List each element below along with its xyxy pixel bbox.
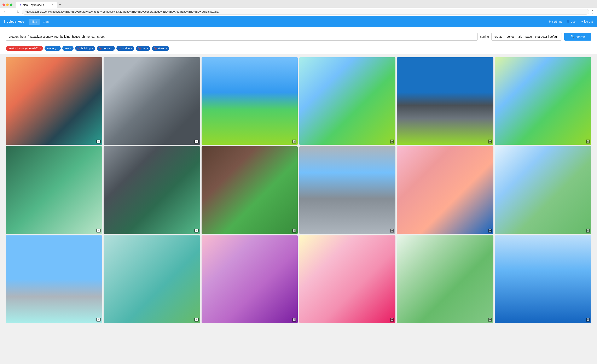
tag-label: car bbox=[142, 47, 146, 50]
tag-remove-button[interactable]: × bbox=[92, 47, 93, 50]
image-grid-area: 🖼🖼🖼🖼🖼🖼🖼🖼🖼🖼🖼🖼🖼🖼🖼🖼🖼🖼 bbox=[0, 54, 597, 326]
image-card[interactable]: 🖼 bbox=[202, 146, 298, 234]
tag-remove-button[interactable]: × bbox=[166, 47, 167, 50]
image-card[interactable]: 🖼 bbox=[495, 235, 591, 323]
browser-chrome: Y files – hydrusrvue ✕ + ← → ↻ ⋮ bbox=[0, 0, 597, 16]
image-card[interactable]: 🖼 bbox=[6, 146, 102, 234]
tag-label: tree bbox=[64, 47, 69, 50]
tab-bar: Y files – hydrusrvue ✕ + bbox=[16, 2, 63, 8]
negated-icon: 🚫 bbox=[118, 47, 121, 50]
image-card[interactable]: 🖼 bbox=[103, 235, 200, 323]
search-button[interactable]: 🔍 search bbox=[564, 33, 591, 41]
tab-title: files – hydrusrvue bbox=[23, 3, 44, 7]
tag-chip-shrine[interactable]: 🚫shrine × bbox=[116, 46, 134, 51]
browser-titlebar: Y files – hydrusrvue ✕ + bbox=[0, 0, 597, 8]
sort-input[interactable] bbox=[491, 33, 562, 41]
image-card[interactable]: 🖼 bbox=[495, 57, 591, 145]
forward-button[interactable]: → bbox=[9, 9, 14, 15]
tag-remove-button[interactable]: × bbox=[147, 47, 148, 50]
gear-icon: ⚙ bbox=[548, 20, 551, 23]
image-type-badge: 🖼 bbox=[586, 229, 590, 232]
image-card[interactable]: 🖼 bbox=[6, 57, 102, 145]
image-card[interactable]: 🖼 bbox=[299, 57, 395, 145]
image-card[interactable]: 🖼 bbox=[103, 57, 200, 145]
close-button[interactable] bbox=[2, 4, 5, 6]
new-tab-button[interactable]: + bbox=[57, 2, 63, 8]
tag-chip-street[interactable]: 🚫street × bbox=[152, 46, 169, 51]
tag-label: building bbox=[81, 47, 91, 50]
image-type-badge: 🖼 bbox=[488, 318, 492, 322]
traffic-lights bbox=[2, 4, 12, 6]
tag-chip-house[interactable]: 🚫house × bbox=[97, 46, 115, 51]
search-row: sorting 🔍 search bbox=[6, 33, 591, 41]
nav-tags-link[interactable]: tags bbox=[40, 19, 52, 25]
search-area: sorting 🔍 search bbox=[0, 27, 597, 44]
active-tab[interactable]: Y files – hydrusrvue ✕ bbox=[16, 2, 57, 8]
image-type-badge: 🖼 bbox=[96, 139, 101, 143]
image-grid: 🖼🖼🖼🖼🖼🖼🖼🖼🖼🖼🖼🖼🖼🖼🖼🖼🖼🖼 bbox=[6, 57, 591, 323]
tag-label: creator:hirota_(masasiv3) bbox=[8, 47, 38, 50]
back-button[interactable]: ← bbox=[2, 9, 8, 15]
browser-menu-button[interactable]: ⋮ bbox=[591, 9, 595, 14]
image-type-badge: 🖼 bbox=[390, 318, 394, 322]
tab-close-button[interactable]: ✕ bbox=[52, 3, 54, 6]
nav-brand[interactable]: hydrusrvue bbox=[4, 19, 24, 24]
image-type-badge: 🖼 bbox=[586, 318, 590, 322]
settings-nav-item[interactable]: ⚙ settings bbox=[548, 20, 562, 23]
logout-nav-item[interactable]: ↪ log out bbox=[581, 20, 593, 23]
tag-remove-button[interactable]: × bbox=[70, 47, 71, 50]
image-type-badge: 🖼 bbox=[390, 139, 394, 143]
tag-label: scenery bbox=[47, 47, 56, 50]
image-card[interactable]: 🖼 bbox=[397, 235, 493, 323]
tag-chip-scenery[interactable]: scenery × bbox=[45, 46, 61, 51]
image-type-badge: 🖼 bbox=[292, 318, 296, 322]
tag-chip-building[interactable]: 🚫building × bbox=[75, 46, 95, 51]
logout-icon: ↪ bbox=[581, 20, 583, 23]
image-card[interactable]: 🖼 bbox=[299, 146, 395, 234]
negated-icon: 🚫 bbox=[154, 47, 157, 50]
user-label: user bbox=[571, 20, 576, 23]
settings-label: settings bbox=[552, 20, 562, 23]
nav-files-link[interactable]: files bbox=[29, 19, 40, 25]
logout-label: log out bbox=[584, 20, 593, 23]
app: hydrusrvue files tags ⚙ settings 👤 user … bbox=[0, 16, 597, 326]
negated-icon: 🚫 bbox=[99, 47, 102, 50]
tag-remove-button[interactable]: × bbox=[39, 47, 41, 50]
tag-remove-button[interactable]: × bbox=[111, 47, 113, 50]
image-type-badge: 🖼 bbox=[292, 139, 296, 143]
tags-row: creator:hirota_(masasiv3) ×scenery ×tree… bbox=[0, 44, 597, 54]
image-type-badge: 🖼 bbox=[488, 229, 492, 232]
image-card[interactable]: 🖼 bbox=[103, 146, 200, 234]
address-bar[interactable] bbox=[22, 9, 589, 15]
image-type-badge: 🖼 bbox=[96, 229, 101, 232]
tag-label: shrine bbox=[122, 47, 130, 50]
image-card[interactable]: 🖼 bbox=[202, 57, 298, 145]
negated-icon: 🚫 bbox=[77, 47, 80, 50]
image-type-badge: 🖼 bbox=[96, 318, 101, 322]
image-card[interactable]: 🖼 bbox=[495, 146, 591, 234]
search-button-label: search bbox=[576, 35, 585, 39]
image-card[interactable]: 🖼 bbox=[397, 57, 493, 145]
image-card[interactable]: 🖼 bbox=[6, 235, 102, 323]
tag-remove-button[interactable]: × bbox=[131, 47, 132, 50]
search-input[interactable] bbox=[6, 33, 478, 41]
image-card[interactable]: 🖼 bbox=[397, 146, 493, 234]
tag-label: street bbox=[158, 47, 165, 50]
user-icon: 👤 bbox=[566, 20, 570, 23]
tag-chip-car[interactable]: 🚫car × bbox=[136, 46, 150, 51]
image-type-badge: 🖼 bbox=[292, 229, 296, 232]
image-card[interactable]: 🖼 bbox=[299, 235, 395, 323]
minimize-button[interactable] bbox=[6, 4, 9, 6]
image-card[interactable]: 🖼 bbox=[202, 235, 298, 323]
tag-remove-button[interactable]: × bbox=[57, 47, 59, 50]
image-type-badge: 🖼 bbox=[194, 318, 199, 322]
user-nav-item[interactable]: 👤 user bbox=[566, 20, 576, 23]
tag-chip-tree[interactable]: tree × bbox=[62, 46, 74, 51]
image-type-badge: 🖼 bbox=[194, 139, 199, 143]
refresh-button[interactable]: ↻ bbox=[16, 9, 20, 15]
maximize-button[interactable] bbox=[10, 4, 12, 6]
image-type-badge: 🖼 bbox=[194, 229, 199, 232]
search-icon: 🔍 bbox=[571, 35, 574, 39]
tag-chip-creator[interactable]: creator:hirota_(masasiv3) × bbox=[6, 46, 43, 51]
nav-right: ⚙ settings 👤 user ↪ log out bbox=[548, 20, 593, 23]
